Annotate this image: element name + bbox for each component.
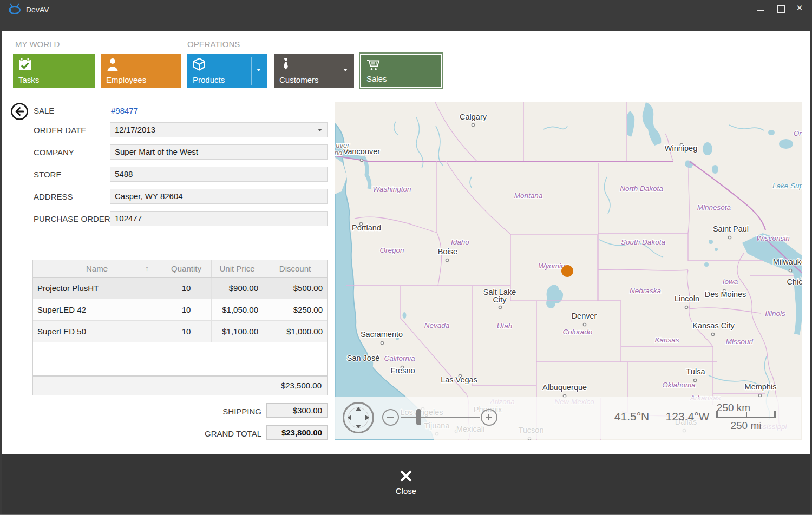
- map-city-label: Des Moines: [705, 290, 746, 299]
- map-city-label: Milwaukee: [773, 258, 802, 266]
- items-table: Name ↑ Quantity Unit Price Discount Proj…: [32, 260, 328, 376]
- map-city-dot: [789, 269, 791, 272]
- shopping-cart-icon: [366, 58, 382, 74]
- map-city-label: Portland: [352, 223, 381, 232]
- map-state-label: Ontario: [794, 129, 802, 137]
- company-label: COMPANY: [34, 148, 74, 157]
- zoom-slider-track[interactable]: [401, 417, 480, 418]
- company-field[interactable]: Super Mart of the West: [110, 144, 328, 160]
- calendar-check-icon: [18, 57, 32, 73]
- date-dropdown-icon[interactable]: [318, 129, 322, 134]
- subtotal-row: $23,500.00: [32, 376, 328, 395]
- pan-down-icon[interactable]: [356, 425, 361, 428]
- products-button-label: Products: [193, 75, 225, 84]
- column-header-unit-price[interactable]: Unit Price: [212, 260, 263, 277]
- map-city-label: City: [493, 295, 507, 304]
- map-panel[interactable]: WashingtonOregonIdahoMontanaWyomingNorth…: [335, 102, 802, 439]
- employees-button[interactable]: Employees: [101, 54, 181, 88]
- pan-left-icon[interactable]: [348, 415, 351, 420]
- customers-button[interactable]: Customers: [274, 54, 354, 88]
- map-scale-mi: 250 mi: [716, 420, 776, 432]
- map-state-label: Lake Superior: [772, 182, 802, 190]
- map-state-label: Kansas: [654, 336, 679, 344]
- close-button[interactable]: Close: [384, 461, 428, 503]
- products-button[interactable]: Products: [187, 54, 267, 88]
- map-state-label: Oregon: [379, 246, 404, 254]
- table-row[interactable]: Projector PlusHT 10 $900.00 $500.00: [33, 278, 327, 299]
- pan-up-icon[interactable]: [356, 407, 361, 411]
- table-row[interactable]: SuperLED 42 10 $1,050.00 $250.00: [33, 299, 327, 321]
- map-city-label: Boise: [438, 247, 457, 256]
- maximize-icon[interactable]: [776, 4, 784, 12]
- close-button-label: Close: [396, 486, 416, 496]
- map-city-label: Las Vegas: [441, 375, 477, 384]
- minimize-icon[interactable]: [757, 4, 764, 12]
- ribbon: MY WORLD OPERATIONS Tasks Employees: [0, 31, 812, 92]
- purchase-order-field[interactable]: 102477: [110, 211, 328, 226]
- back-button[interactable]: [10, 102, 29, 121]
- map-state-label: Colorado: [563, 328, 593, 336]
- zoom-in-button[interactable]: [481, 409, 497, 426]
- tasks-button-label: Tasks: [18, 75, 39, 84]
- map-state-label: North Dakota: [620, 184, 663, 193]
- map-city-label: Sacramento: [361, 330, 403, 339]
- map-city-dot: [758, 394, 761, 397]
- close-window-icon[interactable]: ✕: [796, 4, 803, 12]
- map-city-dot: [472, 123, 474, 126]
- map-city-dot: [583, 323, 586, 326]
- map-city-label: Lincoln: [675, 294, 699, 303]
- map-city-dot: [711, 333, 714, 335]
- map-state-label: Nebraska: [630, 287, 661, 295]
- store-field[interactable]: 5488: [110, 167, 328, 182]
- map-state-label: Wisconsin: [756, 234, 789, 242]
- map-city-dot: [693, 379, 696, 381]
- map-city-dot: [360, 159, 363, 161]
- purchase-order-label: PURCHASE ORDER: [34, 214, 110, 223]
- grand-total-field: $23,800.00: [266, 425, 328, 440]
- map-state-label: Montana: [514, 192, 543, 200]
- map-pan-control[interactable]: [343, 402, 374, 433]
- zoom-out-button[interactable]: [382, 409, 399, 426]
- sale-number: #98477: [111, 106, 138, 115]
- shipping-label: SHIPPING: [0, 407, 261, 416]
- table-row[interactable]: SuperLED 50 10 $1,100.00 $1,000.00: [33, 321, 327, 342]
- items-table-body: Projector PlusHT 10 $900.00 $500.00 Supe…: [32, 278, 328, 376]
- map-state-label: Iowa: [723, 278, 738, 286]
- sale-location-marker[interactable]: [561, 265, 573, 277]
- sale-section-label: SALE: [34, 106, 54, 115]
- tasks-button[interactable]: Tasks: [13, 54, 95, 88]
- map-latitude: 41.5°N: [606, 410, 658, 423]
- map-longitude: 123.4°W: [662, 410, 713, 423]
- column-header-discount[interactable]: Discount: [263, 260, 327, 277]
- map-state-label: Washington: [372, 185, 411, 193]
- order-date-label: ORDER DATE: [34, 126, 86, 135]
- address-field[interactable]: Casper, WY 82604: [110, 189, 328, 204]
- products-dropdown-arrow[interactable]: [251, 54, 267, 88]
- sort-ascending-icon: ↑: [145, 260, 149, 277]
- grand-total-label: GRAND TOTAL: [0, 429, 261, 438]
- shipping-field[interactable]: $300.00: [266, 403, 328, 418]
- map-city-label: Saint Paul: [713, 225, 749, 233]
- zoom-slider-handle[interactable]: [416, 409, 421, 425]
- map-canvas[interactable]: WashingtonOregonIdahoMontanaWyomingNorth…: [335, 102, 802, 440]
- person-icon: [106, 57, 120, 73]
- window-border-left: [0, 0, 2, 515]
- app-title: DevAV: [26, 5, 49, 14]
- map-state-label: Minnesota: [697, 203, 731, 212]
- column-header-name[interactable]: Name ↑: [33, 260, 161, 277]
- map-state-label: California: [384, 354, 415, 362]
- sales-button-selected[interactable]: Sales: [359, 52, 443, 89]
- ribbon-group-operations: OPERATIONS: [187, 39, 240, 49]
- pan-right-icon[interactable]: [365, 415, 369, 420]
- map-city-dot: [685, 306, 687, 308]
- order-date-field[interactable]: 12/17/2013: [110, 122, 328, 137]
- map-city-dot: [728, 236, 731, 239]
- map-state-label: Oklahoma: [662, 381, 696, 389]
- ribbon-group-my-world: MY WORLD: [15, 39, 60, 49]
- employees-button-label: Employees: [106, 75, 146, 84]
- map-state-label: Missouri: [726, 338, 754, 346]
- map-state-label: South Dakota: [621, 238, 665, 246]
- column-header-quantity[interactable]: Quantity: [161, 260, 212, 277]
- customers-dropdown-arrow[interactable]: [338, 54, 354, 88]
- map-city-label: uver: [336, 141, 350, 149]
